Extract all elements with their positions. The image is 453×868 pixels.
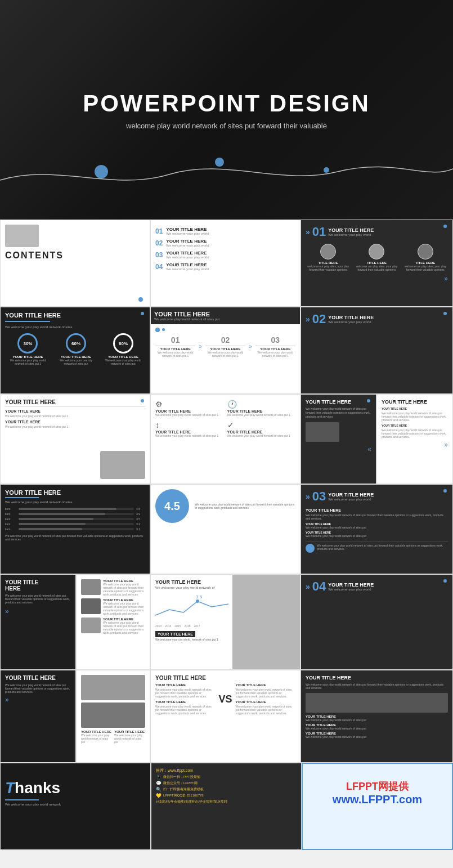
contents-list: 01 YOUR TITLE HERE We welcome your play … [150, 220, 300, 307]
dark-title: YOUR TITLE HERE [5, 312, 145, 319]
svg-point-2 [324, 167, 329, 173]
row-5: YOUR TITLE HERE We welcome your play wor… [0, 574, 453, 670]
svg-point-0 [95, 165, 108, 178]
people-row: TITLE HERE welcome our play sites, your … [306, 244, 448, 271]
promo-line-5: LFPPT网QQ群 251106778 [163, 793, 204, 798]
svg-point-3 [196, 599, 199, 603]
circle-3: 80% YOUR TITLE HERE We welcome your play… [101, 333, 145, 365]
ratings-block: 4.5 We welcome your play world network o… [150, 484, 300, 574]
icon-item-2: 🕐 YOUR TITLE HERE We welcome your play w… [227, 399, 296, 417]
row-3: YOUR TITLE HERE YOUR TITLE HERE We welco… [0, 394, 453, 484]
title-underline [5, 321, 50, 322]
thanks-sub: We welcome your play world network [5, 803, 146, 806]
num-01: 01 [312, 225, 326, 239]
row-1: CONTENTS 01 YOUR TITLE HERE We welcome y… [0, 220, 453, 307]
icon-item-4: ✓ YOUR TITLE HERE We welcome your play w… [227, 420, 296, 437]
chevron-right-01: » [444, 275, 448, 283]
contents-image [5, 225, 39, 247]
contents-block: CONTENTS [0, 220, 150, 307]
steps-row: 01 YOUR TITLE HERE We welcome your play … [155, 335, 295, 357]
wave-graphic [0, 152, 453, 197]
promo-line-1: 推荐：www.lfppt.com [156, 768, 297, 773]
icon-item-1: ⚙ YOUR TITLE HERE We welcome your play w… [155, 399, 224, 417]
laptop-img [100, 451, 145, 479]
brand-line1: LFPPT网提供 [307, 780, 447, 793]
slide-01-mid: » 01 YOUR TITLE HERE We welcome your pla… [300, 220, 453, 307]
line-chart: 3.5 [155, 593, 228, 621]
row-6: YOUR TITLE HERE We welcome your play wor… [0, 670, 453, 763]
promo-block: 推荐：www.lfppt.com 📱 微信扫一扫，PPT没烦恼 💬 微信公众号：… [151, 763, 302, 850]
big-num-circle: 4.5 [155, 489, 189, 523]
right-cols-title: YOUR TITLE HERE [382, 399, 448, 405]
blue-dot-1 [138, 297, 143, 302]
hero-subtitle: welcome play world network of sites put … [126, 122, 327, 130]
dark-center-block: YOUR TITLE HERE We welcome your play wor… [300, 394, 376, 484]
brand-block: LFPPT网提供 www.LFPPT.com [302, 763, 453, 850]
contents-item-3: 03 YOUR TITLE HERE We welcome your play … [155, 250, 295, 259]
title3-left: YOUR TITLE HERE We welcome your play wor… [0, 484, 150, 574]
dark-title-block: YOUR TITLE HERE We welcome your play wor… [0, 307, 150, 394]
thanks-block: Thanks We welcome your play world networ… [0, 763, 151, 850]
title-left-block: YOUR TITLE HERE YOUR TITLE HERE We welco… [0, 394, 150, 484]
last-right-title: YOUR TITLE HERE [306, 675, 448, 681]
steps-header: YOUR TITLE HERE We welcome play world ne… [151, 307, 300, 324]
contents-item-4: 04 YOUR TITLE HERE We welcome your play … [155, 262, 295, 271]
vs-center: YOUR TITLE HERE YOUR TITLE HERE We welco… [150, 670, 300, 763]
year-labels: 2013 2014 2015 2016 2017 [155, 624, 295, 628]
promo-line-6: 计划总结/年会颁奖/演讲辩论/毕业答辩/简历竞聘 [156, 799, 297, 804]
person-2: TITLE HERE welcome our play sites, your … [354, 244, 399, 271]
person-3: TITLE HERE welcome our play sites, your … [403, 244, 448, 271]
row-4: YOUR TITLE HERE We welcome your play wor… [0, 484, 453, 574]
cliff-img [306, 422, 339, 442]
steps-block: YOUR TITLE HERE We welcome play world ne… [150, 307, 300, 394]
title-01: YOUR TITLE HERE [328, 227, 374, 233]
sub-01: We welcome your play world [328, 233, 374, 236]
promo-line-3: 微信公众号：LFPPT网 [163, 781, 198, 786]
promo-line-4: 扫一扫即拥有海量免费模板 [163, 787, 204, 792]
vs-right-col: YOUR TITLE HERE We welcome your play wor… [236, 683, 296, 715]
right-cols-block: YOUR TITLE HERE YOUR TITLE HERE We welco… [376, 394, 453, 484]
svg-point-1 [215, 158, 224, 167]
chart-block: YOUR TITLE HERE We welcome your play wor… [150, 574, 300, 670]
dark-center-title: YOUR TITLE HERE [306, 399, 371, 405]
svg-text:3.5: 3.5 [196, 594, 203, 599]
dark-left-block: YOUR TITLE HERE We welcome your play wor… [0, 574, 76, 670]
step-3: 03 YOUR TITLE HERE We welcome your play … [255, 335, 295, 357]
image-col-block: YOUR TITLE HERE We welcome your play wor… [76, 574, 150, 670]
vs-left-col: YOUR TITLE HERE We welcome your play wor… [155, 683, 216, 715]
contents-item-1: 01 YOUR TITLE HERE We welcome your play … [155, 227, 295, 235]
img-item-3: YOUR TITLE HERE We welcome your play wor… [81, 618, 145, 634]
img-item-1: YOUR TITLE HERE We welcome your play wor… [81, 579, 145, 596]
icons-grid: ⚙ YOUR TITLE HERE We welcome your play w… [155, 399, 295, 437]
slide-03-right: » 03 YOUR TITLE HERE We welcome your pla… [300, 484, 453, 574]
vs-label: VS [219, 693, 232, 705]
chevron-01: » [306, 227, 310, 236]
last-right-block: YOUR TITLE HERE We welcome your play wor… [300, 670, 453, 763]
icon-item-3: ↕ YOUR TITLE HERE We welcome your play w… [155, 420, 224, 437]
hero-slide: POWERPOINT DESIGN welcome play world net… [0, 0, 453, 220]
contents-item-2: 02 YOUR TITLE HERE We welcome your play … [155, 239, 295, 247]
img-item-2: YOUR TITLE HERE We welcome your play wor… [81, 598, 145, 615]
row-thanks: Thanks We welcome your play world networ… [0, 763, 453, 850]
thanks-T: T [5, 779, 15, 797]
dark-left-title: YOUR TITLE HERE [5, 579, 71, 592]
circle-2: 60% YOUR TITLE HERE We welcome your one … [55, 333, 97, 365]
contents-items: 01 YOUR TITLE HERE We welcome your play … [155, 225, 295, 271]
title3-heading: YOUR TITLE HERE [5, 489, 145, 496]
promo-line-2: 微信扫一扫，PPT没烦恼 [163, 775, 200, 780]
progress-bars: item 4.5 item 3.9 item 3.5 [5, 507, 145, 531]
icons-block: ⚙ YOUR TITLE HERE We welcome your play w… [150, 394, 300, 484]
brand-line2: www.LFPPT.com [307, 793, 447, 806]
person-1: TITLE HERE welcome our play sites, your … [306, 244, 351, 271]
slide-04-right: » 04 YOUR TITLE HERE We welcome your pla… [300, 574, 453, 670]
vs-left-dark: YOUR TITLE HERE We welcome your play wor… [0, 670, 76, 763]
vs-images: YOUR TITLE HERE We welcome your play wor… [76, 670, 150, 763]
blue-dot-r1 [443, 225, 447, 228]
step-2: 02 YOUR TITLE HERE We welcome your play … [205, 335, 245, 357]
hero-title: POWERPOINT DESIGN [83, 90, 370, 117]
row-2: YOUR TITLE HERE We welcome your play wor… [0, 307, 453, 394]
slide-02-right: » 02 YOUR TITLE HERE We welcome your pla… [300, 307, 453, 394]
step-1: 01 YOUR TITLE HERE We welcome your play … [155, 335, 195, 357]
dark-center-sub: We welcome your play world network of si… [306, 407, 371, 419]
dark-title-sub: We welcome your play world network of si… [5, 325, 145, 329]
